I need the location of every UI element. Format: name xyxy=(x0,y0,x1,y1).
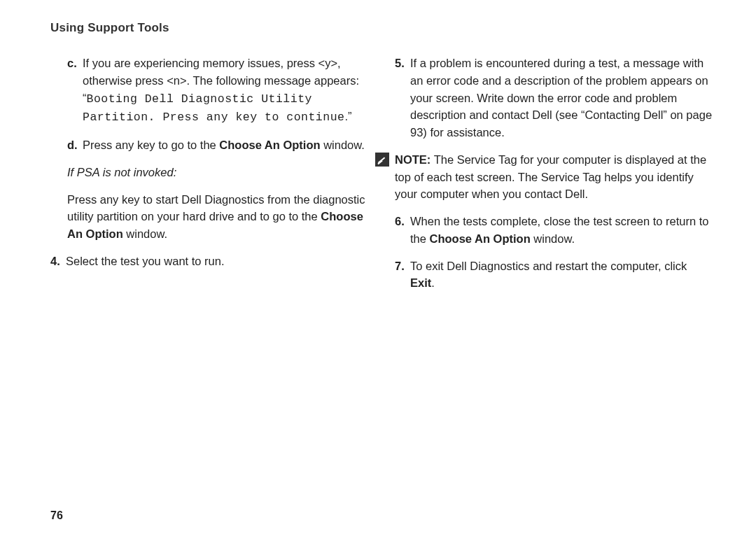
step-text: If you are experiencing memory issues, p… xyxy=(83,55,370,127)
step-5: 5. If a problem is encountered during a … xyxy=(395,55,714,141)
step-text: When the tests complete, close the test … xyxy=(410,213,714,248)
step-4: 4. Select the test you want to run. xyxy=(50,253,370,270)
bold-text: Choose An Option xyxy=(430,232,531,245)
step-text: To exit Dell Diagnostics and restart the… xyxy=(410,258,714,292)
document-page: Using Support Tools c. If you are experi… xyxy=(0,0,756,536)
page-number: 76 xyxy=(50,509,63,522)
step-text: Select the test you want to run. xyxy=(66,253,370,270)
psa-body: Press any key to start Dell Diagnostics … xyxy=(50,191,370,243)
bold-text: Exit xyxy=(410,276,431,289)
text-fragment: . xyxy=(431,276,435,289)
step-marker: d. xyxy=(67,136,83,154)
subheading-psa: If PSA is not invoked: xyxy=(50,164,370,181)
step-text: If a problem is encountered during a tes… xyxy=(410,55,714,141)
text-fragment: Press any key to go to the xyxy=(83,139,219,151)
note-label: NOTE: xyxy=(395,153,430,166)
step-c: c. If you are experiencing memory issues… xyxy=(50,55,370,127)
page-title: Using Support Tools xyxy=(50,21,714,35)
step-marker: c. xyxy=(67,55,83,127)
step-marker: 5. xyxy=(395,55,410,141)
bold-text: Choose An Option xyxy=(219,139,320,151)
note-icon xyxy=(375,153,389,167)
note-body: NOTE: The Service Tag for your computer … xyxy=(395,151,714,203)
text-fragment: To exit Dell Diagnostics and restart the… xyxy=(410,260,687,272)
right-column: 5. If a problem is encountered during a … xyxy=(395,55,714,302)
note-text: The Service Tag for your computer is dis… xyxy=(395,153,706,201)
left-column: c. If you are experiencing memory issues… xyxy=(50,55,370,302)
note-block: NOTE: The Service Tag for your computer … xyxy=(375,151,714,203)
step-marker: 7. xyxy=(395,258,410,292)
step-text: Press any key to go to the Choose An Opt… xyxy=(83,136,370,154)
step-marker: 6. xyxy=(395,213,410,248)
text-fragment: window. xyxy=(123,227,167,240)
text-fragment: .” xyxy=(344,110,351,122)
text-fragment: window. xyxy=(531,232,575,245)
code-text: Booting Dell Diagnostic Utility Partitio… xyxy=(83,92,344,125)
text-fragment: window. xyxy=(321,139,365,151)
step-6: 6. When the tests complete, close the te… xyxy=(395,213,714,248)
two-column-layout: c. If you are experiencing memory issues… xyxy=(50,55,714,302)
step-d: d. Press any key to go to the Choose An … xyxy=(50,136,370,154)
step-marker: 4. xyxy=(50,253,66,270)
step-7: 7. To exit Dell Diagnostics and restart … xyxy=(395,258,714,292)
